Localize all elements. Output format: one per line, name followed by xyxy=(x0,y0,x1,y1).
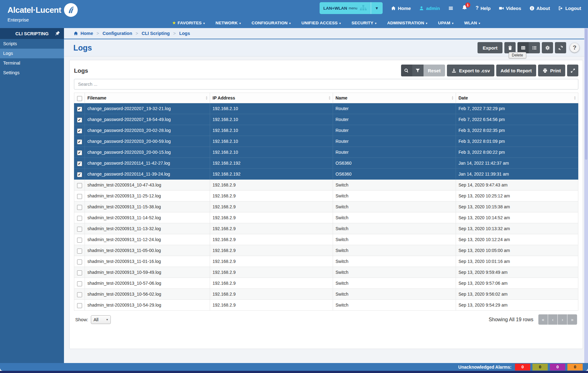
table-row[interactable]: shadmin_test-20200913_11-12-24.log192.16… xyxy=(74,234,578,245)
contextual-help-button[interactable]: ? xyxy=(570,43,579,52)
sidebar-item-logs[interactable]: Logs xyxy=(0,49,64,58)
table-row[interactable]: ✔change_password-20220207_18-54-49.log19… xyxy=(74,114,578,125)
row-checkbox[interactable] xyxy=(77,249,82,254)
search-input[interactable] xyxy=(74,79,578,90)
print-button[interactable]: Print xyxy=(538,65,565,76)
table-row[interactable]: shadmin_test-20200913_10-57-06.log192.16… xyxy=(74,278,578,289)
nav-item-security[interactable]: SECURITY▾ xyxy=(351,21,376,25)
videos-link[interactable]: Videos xyxy=(499,6,521,11)
table-row[interactable]: shadmin_test-20200913_11-05-00.log192.16… xyxy=(74,245,578,256)
breadcrumb-item-logs[interactable]: Logs xyxy=(179,31,190,36)
row-checkbox[interactable]: ✔ xyxy=(77,118,82,123)
nav-item-network[interactable]: NETWORK▾ xyxy=(216,21,241,25)
page-next-button[interactable]: › xyxy=(558,314,567,325)
table-row[interactable]: ✔change_password-20220203_20-00-15.log19… xyxy=(74,147,578,158)
alarm-count-critical[interactable]: 0 xyxy=(515,364,530,371)
nav-item-configuration[interactable]: CONFIGURATION▾ xyxy=(252,21,291,25)
alarm-count-warning[interactable]: 0 xyxy=(567,364,583,371)
breadcrumb-item-configuration[interactable]: Configuration xyxy=(102,31,132,36)
search-toggle-button[interactable] xyxy=(401,65,412,76)
nav-item-administration[interactable]: ADMINISTRATION▾ xyxy=(387,21,427,25)
table-row[interactable]: ✔change_password-20220203_20-02-28.log19… xyxy=(74,125,578,136)
alarm-count-minor[interactable]: 0 xyxy=(550,364,565,371)
column-header-filename[interactable]: Filename▲▼ xyxy=(85,93,210,103)
task-list-button[interactable] xyxy=(448,6,453,11)
row-checkbox[interactable] xyxy=(77,205,82,210)
settings-button[interactable] xyxy=(542,42,553,53)
row-checkbox[interactable]: ✔ xyxy=(77,150,82,155)
export-button[interactable]: Export xyxy=(478,42,502,53)
column-header-date[interactable]: Date▲▼ xyxy=(456,93,578,103)
row-checkbox[interactable] xyxy=(77,281,82,286)
pin-icon[interactable] xyxy=(55,31,60,36)
breadcrumb-item-home[interactable]: Home xyxy=(73,31,93,36)
breadcrumb-item-cli-scripting[interactable]: CLI Scripting xyxy=(142,31,170,36)
delete-button[interactable] xyxy=(504,42,516,53)
table-row[interactable]: shadmin_test-20200913_11-14-52.log192.16… xyxy=(74,212,578,223)
table-row[interactable]: shadmin_test-20200914_10-47-43.log192.16… xyxy=(74,180,578,191)
add-to-report-button[interactable]: Add to Report xyxy=(496,65,536,76)
nav-item-upam[interactable]: UPAM▾ xyxy=(438,21,453,25)
home-link[interactable]: Home xyxy=(391,6,411,11)
page-first-button[interactable]: « xyxy=(538,314,548,325)
sort-icon[interactable]: ▲▼ xyxy=(451,96,454,100)
filter-button[interactable] xyxy=(412,65,424,76)
row-checkbox[interactable] xyxy=(77,216,82,221)
scrollbar[interactable] xyxy=(584,28,588,363)
table-row[interactable]: shadmin_test-20200913_11-15-38.log192.16… xyxy=(74,201,578,212)
nav-item-wlan[interactable]: WLAN▾ xyxy=(464,21,480,25)
scrollbar-thumb[interactable] xyxy=(585,29,587,160)
chevron-down-icon[interactable]: ▾ xyxy=(371,2,383,14)
about-link[interactable]: About xyxy=(529,6,550,11)
row-checkbox[interactable]: ✔ xyxy=(77,107,82,112)
user-menu[interactable]: admin xyxy=(419,6,440,11)
table-row[interactable]: ✔change_password-20220203_20-00-59.log19… xyxy=(74,136,578,147)
select-all-checkbox[interactable] xyxy=(77,96,82,101)
table-row[interactable]: shadmin_test-20200913_11-01-16.log192.16… xyxy=(74,256,578,267)
logout-link[interactable]: Logout xyxy=(558,6,581,11)
row-checkbox[interactable]: ✔ xyxy=(77,128,82,133)
row-checkbox[interactable] xyxy=(77,227,82,232)
table-row[interactable]: shadmin_test-20200913_10-56-02.log192.16… xyxy=(74,289,578,300)
brand-block[interactable]: Alcatel·Lucent Enterprise xyxy=(0,0,71,28)
column-header-ip[interactable]: IP Address▲▼ xyxy=(210,93,333,103)
alarm-count-major[interactable]: 0 xyxy=(532,364,548,371)
export-csv-button[interactable]: Export to .csv xyxy=(447,65,494,76)
nav-item-favorites[interactable]: ★FAVORITES▾ xyxy=(172,20,205,25)
row-checkbox[interactable] xyxy=(77,303,82,308)
reset-button[interactable]: Reset xyxy=(424,65,445,76)
help-link[interactable]: ? Help xyxy=(476,5,491,11)
row-checkbox[interactable] xyxy=(77,183,82,188)
row-checkbox[interactable]: ✔ xyxy=(77,139,82,144)
table-row[interactable]: ✔change_password-20220114_11-42-27.log19… xyxy=(74,158,578,169)
nav-item-unified-access[interactable]: UNIFIED ACCESS▾ xyxy=(301,21,341,25)
row-checkbox[interactable]: ✔ xyxy=(77,172,82,177)
refresh-button[interactable] xyxy=(555,42,566,53)
notifications-button[interactable]: 1 xyxy=(462,5,468,12)
table-row[interactable]: shadmin_test-20200913_11-25-12.log192.16… xyxy=(74,191,578,201)
sort-icon[interactable]: ▲▼ xyxy=(574,96,576,100)
grid-view-button[interactable] xyxy=(517,42,529,53)
row-checkbox[interactable] xyxy=(77,238,82,243)
column-header-name[interactable]: Name▲▼ xyxy=(333,93,456,103)
row-checkbox[interactable] xyxy=(77,259,82,264)
sort-icon[interactable]: ▲▼ xyxy=(328,96,331,100)
row-checkbox[interactable]: ✔ xyxy=(77,161,82,166)
row-checkbox[interactable] xyxy=(77,270,82,275)
show-select[interactable]: All ▾ xyxy=(91,315,111,324)
fullscreen-button[interactable] xyxy=(567,65,578,76)
table-row[interactable]: shadmin_test-20200913_10-59-49.log192.16… xyxy=(74,267,578,278)
sidebar-item-scripts[interactable]: Scripts xyxy=(0,39,64,49)
list-view-button[interactable] xyxy=(529,42,540,53)
table-row[interactable]: ✔change_password-20220207_19-32-21.log19… xyxy=(74,103,578,114)
row-checkbox[interactable] xyxy=(77,194,82,199)
page-prev-button[interactable]: ‹ xyxy=(548,314,558,325)
row-checkbox[interactable] xyxy=(77,292,82,297)
table-row[interactable]: shadmin_test-20200913_10-54-29.log192.16… xyxy=(74,300,578,311)
mode-menu-chip[interactable]: LAN+WLAN menu ▾ xyxy=(320,2,383,14)
table-row[interactable]: ✔change_password-20220114_11-39-24.log19… xyxy=(74,169,578,180)
table-row[interactable]: shadmin_test-20200913_11-13-32.log192.16… xyxy=(74,223,578,234)
sidebar-item-terminal[interactable]: Terminal xyxy=(0,58,64,68)
select-all-checkbox-cell[interactable] xyxy=(74,93,85,103)
sort-icon[interactable]: ▲▼ xyxy=(205,96,208,100)
